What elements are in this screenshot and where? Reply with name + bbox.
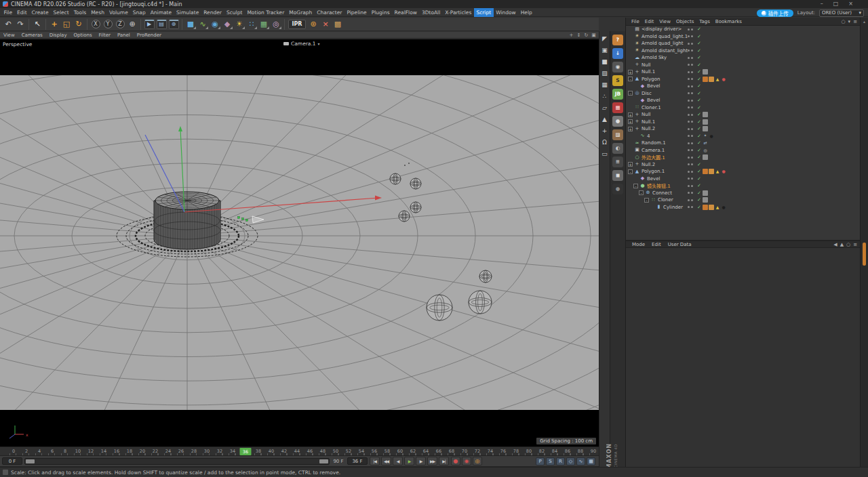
timeline-tick[interactable]: 18 (127, 449, 132, 454)
goto-end-button[interactable]: ▶| (439, 457, 449, 465)
gray-tag-icon[interactable] (703, 112, 708, 117)
timeline-tick[interactable]: 6 (51, 449, 54, 454)
editor-visibility-dot[interactable] (688, 192, 690, 194)
render-visibility-dot[interactable] (691, 199, 693, 201)
object-row[interactable]: ++Null.2✓ (626, 125, 860, 133)
xparticles-menu[interactable]: × (319, 18, 332, 30)
timeline-tick[interactable]: 28 (191, 449, 197, 454)
editor-visibility-dot[interactable] (688, 163, 690, 165)
timeline-tick[interactable]: 46 (307, 449, 313, 454)
visibility-dots[interactable] (688, 35, 696, 37)
object-row[interactable]: +◆Bevel✓ (626, 175, 860, 183)
timeline-tick[interactable]: 2 (25, 449, 28, 454)
menu-3dtoall[interactable]: 3DtoAll (419, 8, 442, 17)
object-row[interactable]: +◆Bevel✓ (626, 83, 860, 90)
visibility-dots[interactable] (688, 57, 696, 59)
lock-x-axis-button[interactable]: X (90, 18, 102, 30)
timeline-tick[interactable]: 68 (449, 449, 454, 454)
menu-sculpt[interactable]: Sculpt (224, 8, 244, 17)
enabled-check-icon[interactable]: ✓ (696, 154, 703, 160)
object-row[interactable]: +☀Arnold quad_light.1✓ (626, 33, 860, 41)
snap-frame-toggle[interactable]: ▦ (587, 457, 595, 465)
deformer-menu[interactable]: ◆ (221, 18, 233, 30)
undo-icon[interactable]: ↶ (2, 18, 14, 30)
visibility-dots[interactable] (688, 149, 696, 151)
upload-button[interactable]: 插件上传 (757, 9, 793, 17)
visibility-dots[interactable] (688, 206, 696, 208)
menu-script[interactable]: Script (474, 8, 494, 17)
pla-key-toggle[interactable]: ∿ (576, 457, 585, 465)
editor-visibility-dot[interactable] (688, 43, 690, 45)
timeline-tick[interactable]: 62 (410, 449, 416, 454)
gray-tag-icon[interactable] (703, 154, 708, 160)
viewport-menu-cameras[interactable]: Cameras (18, 32, 46, 39)
editor-visibility-dot[interactable] (688, 135, 690, 137)
render-visibility-dot[interactable] (691, 185, 693, 187)
menu-realflow[interactable]: RealFlow (392, 8, 419, 17)
menu-animate[interactable]: Animate (148, 8, 174, 17)
attr-tab-user-data[interactable]: User Data (665, 242, 695, 247)
viewport-canvas[interactable]: x (0, 39, 599, 447)
ipr-button[interactable]: IPR (288, 20, 306, 29)
render-visibility-dot[interactable] (691, 28, 693, 30)
expand-icon[interactable]: + (628, 70, 633, 75)
timeline-tick[interactable]: 66 (436, 449, 441, 454)
timeline-tick[interactable]: 80 (526, 449, 532, 454)
viewport[interactable]: x Perspective Camera.1 ▾ Grid Spacing : … (0, 39, 599, 447)
editor-visibility-dot[interactable] (688, 28, 690, 30)
close-button[interactable]: × (848, 0, 853, 8)
enabled-check-icon[interactable]: ✓ (696, 169, 703, 174)
object-row[interactable]: ++Null.1✓ (626, 68, 860, 76)
timeline-tick[interactable]: 12 (88, 449, 94, 454)
timeline-tick[interactable]: 72 (475, 449, 480, 454)
render-visibility-dot[interactable] (691, 206, 693, 208)
object-row[interactable]: -∷Cloner✓ (626, 196, 860, 204)
rotate-view-icon[interactable]: ↻ (583, 32, 589, 39)
editor-visibility-dot[interactable] (688, 49, 690, 51)
object-row[interactable]: +∷Cloner.1✓ (626, 104, 860, 112)
object-row[interactable]: +☀Arnold distant_light✓ (626, 47, 860, 55)
gray-tag-icon[interactable] (703, 119, 708, 125)
menu-pipeline[interactable]: Pipeline (344, 8, 369, 17)
viewport-menu-prorender[interactable]: ProRender (134, 32, 165, 39)
viewport-camera-label[interactable]: Camera.1 ▾ (283, 41, 320, 47)
timeline-tick[interactable]: 50 (333, 449, 338, 454)
timeline-tick[interactable]: 84 (552, 449, 557, 454)
dark-plugin-icon[interactable]: ● (612, 184, 623, 194)
record-keyframe-button[interactable]: ● (451, 457, 460, 465)
editor-visibility-dot[interactable] (688, 114, 690, 116)
expand-icon[interactable]: + (628, 112, 633, 117)
editor-visibility-dot[interactable] (688, 185, 690, 187)
current-frame-marker[interactable]: 36 (240, 448, 252, 455)
red-tag-icon[interactable]: ● (721, 77, 726, 82)
black-tag-icon[interactable]: ● (721, 205, 726, 210)
timeline-tick[interactable]: 34 (230, 449, 235, 454)
workplane-mode-icon[interactable]: ▦ (600, 81, 609, 89)
zoom-view-icon[interactable]: ↕ (576, 32, 582, 39)
make-editable-icon[interactable]: ▣ (600, 46, 609, 55)
object-row[interactable]: +▣Camera.1✓◎ (626, 147, 860, 154)
render-visibility-dot[interactable] (691, 178, 693, 180)
visibility-dots[interactable] (688, 163, 696, 165)
render-visibility-dot[interactable] (691, 171, 693, 173)
editor-visibility-dot[interactable] (688, 106, 690, 108)
object-row[interactable]: +○外边大圆.1✓ (626, 154, 860, 161)
object-row[interactable]: -⊕Connect✓ (626, 190, 860, 197)
object-row[interactable]: +◆Bevel✓ (626, 97, 860, 104)
editor-visibility-dot[interactable] (688, 121, 690, 123)
timeline-tick[interactable]: 10 (75, 449, 81, 454)
timeline-tick[interactable]: 32 (217, 449, 222, 454)
enabled-check-icon[interactable]: ✓ (696, 34, 703, 39)
lock-z-axis-button[interactable]: Z (114, 18, 126, 30)
arrows-tag-icon[interactable]: ⇄ (703, 140, 708, 146)
timeline-tick[interactable]: 16 (114, 449, 119, 454)
model-mode-icon[interactable]: ■ (600, 58, 609, 66)
timeline-tick[interactable]: 54 (359, 449, 364, 454)
rotation-key-toggle[interactable]: R (556, 457, 565, 465)
enabled-check-icon[interactable]: ✓ (696, 183, 703, 188)
rotate-tool-icon[interactable]: ↻ (73, 18, 85, 30)
editor-visibility-dot[interactable] (688, 35, 690, 37)
editor-visibility-dot[interactable] (688, 57, 690, 59)
om-menu-file[interactable]: File (629, 19, 642, 24)
fields-menu[interactable]: ◎ (270, 18, 282, 30)
